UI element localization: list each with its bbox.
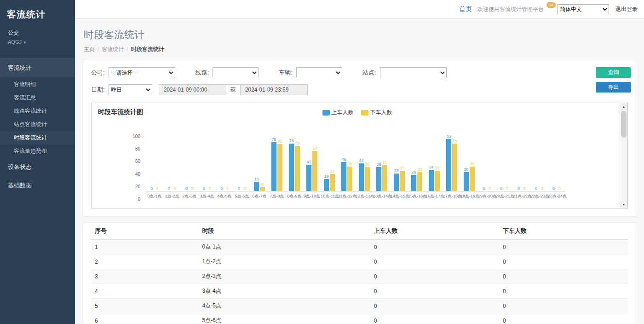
date-end-input[interactable] bbox=[240, 84, 308, 95]
company-select[interactable]: ---请选择--- bbox=[109, 67, 175, 78]
line-filter: 线路: bbox=[196, 67, 259, 78]
bar-group: 15 bbox=[254, 128, 259, 191]
notification-badge[interactable]: 34 bbox=[546, 2, 556, 8]
legend-item[interactable]: 上车人数 bbox=[322, 109, 354, 116]
bar-group: 0 bbox=[225, 128, 230, 191]
bar bbox=[260, 187, 265, 191]
sidebar-section[interactable]: 基础数据 bbox=[0, 176, 75, 195]
bar-value-label: 0 bbox=[558, 186, 561, 191]
bar-value-label: 15 bbox=[254, 177, 259, 181]
table-cell: 1点-2点 bbox=[198, 255, 370, 269]
sidebar: 客流统计 公交 AQGJ▼ 客流统计客流明细客流汇总线路客流统计站点客流统计时段… bbox=[0, 0, 75, 324]
x-tick-label: 21点-22点 bbox=[513, 193, 530, 199]
bar-value-label: 72 bbox=[295, 141, 299, 145]
bar bbox=[277, 144, 282, 191]
bar-group: 0 bbox=[505, 128, 510, 191]
table-row: 10点-1点00 bbox=[91, 240, 628, 255]
date-start-input[interactable] bbox=[159, 84, 226, 95]
vehicle-select[interactable] bbox=[296, 67, 342, 78]
table-header-cell: 时段 bbox=[198, 223, 370, 240]
sidebar-section[interactable]: 客流统计 bbox=[0, 58, 75, 78]
bar-value-label: 76 bbox=[452, 139, 457, 143]
x-tick-label: 9点-10点 bbox=[303, 193, 321, 199]
table-cell: 3点-4点 bbox=[198, 284, 370, 299]
breadcrumb-link[interactable]: 主页 bbox=[84, 46, 95, 52]
line-select[interactable] bbox=[213, 67, 259, 78]
sidebar-subitem[interactable]: 站点客流统计 bbox=[0, 118, 75, 131]
table-cell: 5点-6点 bbox=[198, 313, 370, 324]
bar bbox=[359, 163, 364, 191]
query-button[interactable]: 查询 bbox=[596, 67, 631, 78]
date-preset-select[interactable]: 昨日 bbox=[109, 84, 152, 95]
table-cell: 6 bbox=[91, 313, 198, 324]
profile-block: 公交 AQGJ▼ bbox=[0, 24, 75, 52]
bar-value-label: 76 bbox=[289, 139, 293, 143]
breadcrumb-link[interactable]: 客流统计 bbox=[102, 46, 124, 52]
bar-group: 19 bbox=[324, 128, 329, 191]
company-filter: 公司: ---请选择--- bbox=[91, 67, 175, 78]
bar-group: 41 bbox=[382, 128, 387, 191]
chart-scrollbar[interactable]: ▲ ▼ bbox=[620, 103, 627, 208]
home-link[interactable]: 首页 bbox=[459, 5, 472, 13]
sidebar-subitem[interactable]: 客流明细 bbox=[0, 78, 75, 91]
table-row: 32点-3点00 bbox=[91, 269, 628, 284]
x-axis: 0点-1点1点-2点2点-3点3点-4点4点-5点5点-6点6点-7点7点-8点… bbox=[146, 191, 565, 199]
logout-link[interactable]: 退出登录 bbox=[615, 6, 638, 13]
bar-value-label: 38 bbox=[376, 162, 381, 167]
bar-group: 0 bbox=[207, 128, 213, 191]
table-cell: 3 bbox=[91, 269, 198, 284]
bar-value-label: 0 bbox=[226, 186, 229, 191]
table-row: 54点-5点00 bbox=[91, 299, 628, 313]
scrollbar-down-icon[interactable]: ▼ bbox=[620, 201, 627, 208]
org-selector[interactable]: AQGJ▼ bbox=[8, 39, 67, 45]
bar-group: 78 bbox=[271, 128, 276, 191]
bar-value-label: 0 bbox=[150, 186, 153, 191]
chart-category: 8376 bbox=[443, 128, 460, 191]
legend-item[interactable]: 下车人数 bbox=[361, 109, 392, 116]
table-header-cell: 序号 bbox=[91, 223, 198, 240]
legend-swatch-icon bbox=[361, 110, 368, 116]
sidebar-subitem[interactable]: 客流汇总 bbox=[0, 91, 75, 104]
chart-card: 时段车流统计图 上车人数下车人数 020406080100 0000000000… bbox=[91, 103, 628, 208]
bar bbox=[324, 179, 329, 191]
scrollbar-up-icon[interactable]: ▲ bbox=[620, 103, 627, 110]
export-button[interactable]: 导出 bbox=[596, 82, 631, 93]
sidebar-section[interactable]: 设备状态 bbox=[0, 158, 75, 176]
y-tick-label: 40 bbox=[125, 172, 140, 177]
chart-category: 00 bbox=[548, 128, 565, 191]
table-cell: 0 bbox=[370, 269, 499, 284]
line-label: 线路: bbox=[196, 69, 209, 77]
bar-value-label: 0 bbox=[156, 186, 159, 191]
sidebar-subitem[interactable]: 时段客流统计 bbox=[0, 131, 75, 145]
bar-group: 0 bbox=[184, 128, 189, 191]
table-cell: 4 bbox=[91, 284, 198, 299]
bar-group: 39 bbox=[347, 128, 352, 191]
bar bbox=[376, 167, 381, 191]
welcome-text: 欢迎使用客流统计管理平台 bbox=[477, 6, 544, 13]
bar-value-label: 41 bbox=[382, 160, 387, 165]
bar bbox=[435, 171, 440, 191]
bar-group: 0 bbox=[190, 128, 195, 191]
table-body: 10点-1点0021点-2点0032点-3点0043点-4点0054点-5点00… bbox=[91, 240, 628, 324]
bar-group: 0 bbox=[516, 128, 521, 191]
table-cell: 0 bbox=[370, 255, 499, 269]
sidebar-subitem[interactable]: 客流量趋势图 bbox=[0, 145, 75, 158]
language-select[interactable]: 简体中文 bbox=[558, 4, 609, 14]
bar-group: 0 bbox=[167, 128, 172, 191]
scrollbar-thumb[interactable] bbox=[621, 111, 627, 138]
station-select[interactable] bbox=[380, 67, 447, 78]
date-label: 日期: bbox=[91, 86, 105, 94]
table-panel: 序号时段上车人数下车人数 10点-1点0021点-2点0032点-3点0043点… bbox=[83, 222, 636, 324]
bar-value-label: 0 bbox=[238, 186, 240, 191]
bar bbox=[411, 175, 416, 191]
bar bbox=[470, 167, 475, 191]
y-tick-label: 80 bbox=[125, 147, 140, 151]
chart-category: 7875 bbox=[268, 128, 286, 191]
bar-value-label: 19 bbox=[324, 174, 328, 179]
x-tick-label: 1点-2点 bbox=[163, 193, 181, 199]
bar-group: 42 bbox=[306, 128, 311, 191]
sidebar-subitem[interactable]: 线路客流统计 bbox=[0, 104, 75, 118]
bar-value-label: 34 bbox=[429, 165, 433, 169]
main-area: 首页 欢迎使用客流统计管理平台 34 简体中文 退出登录 时段客流统计 主页/客… bbox=[75, 0, 644, 324]
date-filter: 日期: 昨日 至 bbox=[91, 84, 308, 95]
